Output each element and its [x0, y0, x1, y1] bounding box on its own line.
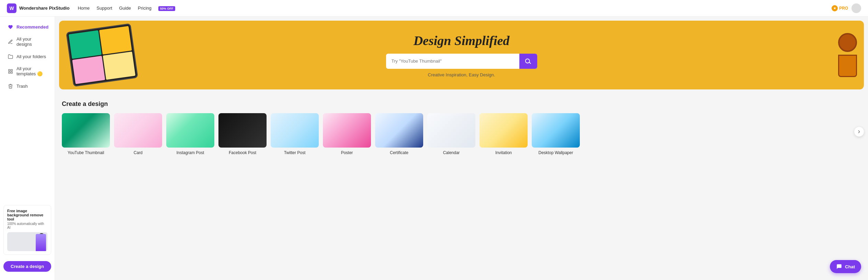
svg-rect-0 [8, 69, 10, 71]
design-cards-wrapper: YouTube Thumbnail Card Instagram Post Fa… [62, 113, 861, 158]
svg-rect-1 [11, 69, 12, 71]
nav-links: Home Support Guide Pricing 50% OFF [78, 6, 832, 11]
sidebar: Recommended All your designs All your fo… [0, 17, 55, 280]
desktop-wallpaper-label: Desktop Wallpaper [532, 150, 580, 155]
design-card-invitation[interactable]: Invitation [480, 113, 528, 155]
poster-image [323, 113, 371, 148]
create-design-button[interactable]: Create a design [3, 261, 51, 272]
topnav-right: ★ PRO [832, 3, 861, 13]
calendar-label: Calendar [427, 150, 475, 155]
sidebar-item-recommended[interactable]: Recommended [2, 21, 53, 33]
facebook-post-label: Facebook Post [218, 150, 267, 155]
nav-promo[interactable]: 50% OFF [158, 6, 175, 11]
design-card-calendar[interactable]: Calendar [427, 113, 475, 155]
sidebar-promo-card: Free image background remove tool 100% a… [3, 205, 51, 255]
tablet-cell-3 [72, 56, 105, 84]
chevron-right-icon [857, 129, 861, 134]
hero-subtitle: Creative Inspiration, Easy Design. [386, 72, 537, 77]
main-content: Design Simplified Creative Inspiration, … [55, 17, 868, 280]
pro-icon: ★ [832, 5, 838, 11]
app-name: Wondershare PixStudio [19, 6, 69, 11]
design-card-youtube-thumbnail[interactable]: YouTube Thumbnail [62, 113, 110, 155]
hero-search-input[interactable] [386, 58, 519, 64]
sidebar-item-all-folders[interactable]: All your folders [2, 50, 53, 63]
promo-title: Free image background remove tool [7, 209, 47, 221]
calendar-image [427, 113, 475, 148]
paint-can-body [838, 55, 857, 77]
pencil-icon [8, 39, 13, 44]
sidebar-all-designs-label: All your designs [16, 36, 47, 47]
topnav: W Wondershare PixStudio Home Support Gui… [0, 0, 868, 17]
svg-rect-2 [11, 72, 12, 73]
facebook-post-image [218, 113, 267, 148]
sidebar-trash-label: Trash [16, 84, 28, 89]
sidebar-recommended-label: Recommended [16, 24, 48, 30]
design-card-desktop-wallpaper[interactable]: Desktop Wallpaper [532, 113, 580, 155]
sidebar-all-templates-label: All your templates 🟡 [16, 66, 47, 76]
folder-icon [8, 54, 13, 59]
invitation-image [480, 113, 528, 148]
promo-badge: 50% OFF [158, 6, 175, 11]
nav-guide[interactable]: Guide [119, 6, 131, 11]
nav-home[interactable]: Home [78, 6, 90, 11]
logo-icon: W [7, 3, 16, 13]
tablet-cell-4 [103, 51, 136, 80]
create-design-title: Create a design [62, 100, 861, 108]
design-card-certificate[interactable]: Certificate [375, 113, 423, 155]
card-image [114, 113, 162, 148]
twitter-post-image [271, 113, 319, 148]
tablet-cell-1 [69, 30, 102, 59]
hero-content: Design Simplified Creative Inspiration, … [386, 33, 537, 77]
desktop-wallpaper-image [532, 113, 580, 148]
promo-person-decoration [36, 234, 46, 251]
hero-deco-right [795, 21, 864, 89]
invitation-label: Invitation [480, 150, 528, 155]
design-card-twitter-post[interactable]: Twitter Post [271, 113, 319, 155]
card-label: Card [114, 150, 162, 155]
youtube-thumbnail-label: YouTube Thumbnail [62, 150, 110, 155]
design-cards-list: YouTube Thumbnail Card Instagram Post Fa… [62, 113, 861, 158]
tablet-cell-2 [99, 26, 132, 54]
chat-icon [836, 263, 842, 270]
grid-icon [8, 68, 13, 74]
paint-can-lid [838, 33, 857, 52]
certificate-image [375, 113, 423, 148]
svg-rect-3 [8, 72, 10, 73]
hero-right-objects [795, 21, 864, 89]
sidebar-item-all-templates[interactable]: All your templates 🟡 [2, 63, 53, 80]
hero-tablet [66, 23, 138, 87]
design-card-instagram-post[interactable]: Instagram Post [166, 113, 214, 155]
poster-label: Poster [323, 150, 371, 155]
heart-icon [8, 24, 13, 30]
trash-icon [8, 83, 13, 89]
scroll-right-arrow[interactable] [854, 127, 864, 137]
hero-search-button[interactable] [519, 54, 537, 69]
instagram-post-image [166, 113, 214, 148]
promo-image [7, 232, 47, 251]
twitter-post-label: Twitter Post [271, 150, 319, 155]
youtube-thumbnail-image [62, 113, 110, 148]
sidebar-all-folders-label: All your folders [16, 54, 46, 59]
chat-button-label: Chat [845, 264, 855, 269]
nav-pricing[interactable]: Pricing [138, 6, 151, 11]
nav-support[interactable]: Support [97, 6, 112, 11]
hero-deco-left [59, 21, 135, 89]
hero-banner: Design Simplified Creative Inspiration, … [59, 21, 864, 89]
sidebar-item-all-designs[interactable]: All your designs [2, 33, 53, 50]
chat-button[interactable]: Chat [830, 260, 861, 273]
promo-subtitle: 100% automatically with AI [7, 222, 47, 229]
user-avatar[interactable] [852, 3, 861, 13]
design-card-facebook-post[interactable]: Facebook Post [218, 113, 267, 155]
hero-search [386, 54, 537, 69]
sidebar-item-trash[interactable]: Trash [2, 80, 53, 92]
app-logo[interactable]: W Wondershare PixStudio [7, 3, 69, 13]
layout: Recommended All your designs All your fo… [0, 17, 868, 280]
search-icon [525, 58, 531, 64]
instagram-post-label: Instagram Post [166, 150, 214, 155]
certificate-label: Certificate [375, 150, 423, 155]
pro-badge: ★ PRO [832, 5, 848, 11]
hero-title: Design Simplified [386, 33, 537, 48]
design-card-poster[interactable]: Poster [323, 113, 371, 155]
create-design-section: Create a design YouTube Thumbnail Card I… [55, 94, 868, 161]
design-card-card[interactable]: Card [114, 113, 162, 155]
